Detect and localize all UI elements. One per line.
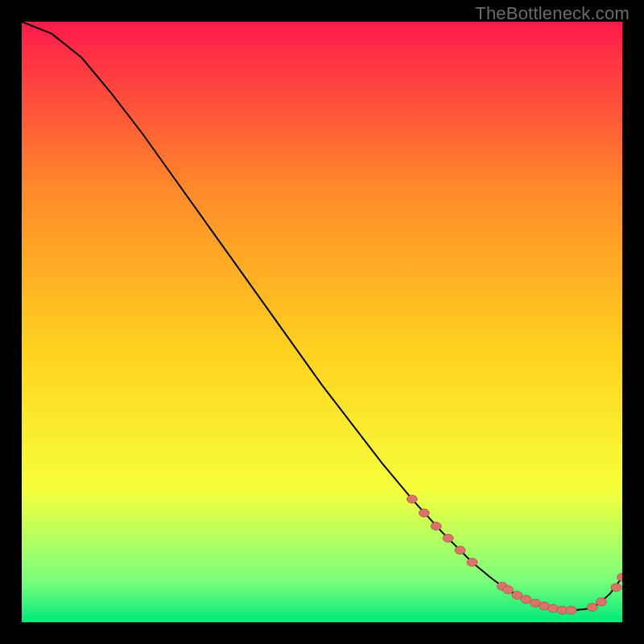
marker-rise-3 [611, 584, 621, 592]
chart-frame: TheBottleneck.com [0, 0, 644, 644]
chart-area [22, 22, 622, 622]
gradient-background [22, 22, 622, 622]
marker-highlight-descent-4 [443, 535, 453, 543]
marker-highlight-descent-6 [467, 558, 477, 566]
marker-rise-2 [596, 598, 606, 606]
marker-flat-2 [503, 586, 514, 594]
marker-highlight-descent-2 [419, 509, 429, 517]
marker-flat-3 [512, 591, 522, 599]
marker-highlight-descent-5 [455, 546, 465, 554]
marker-highlight-descent-3 [431, 522, 441, 530]
marker-highlight-descent-1 [407, 495, 417, 503]
marker-flat-9 [566, 606, 576, 614]
marker-rise-1 [587, 603, 597, 611]
chart-svg [22, 22, 622, 622]
